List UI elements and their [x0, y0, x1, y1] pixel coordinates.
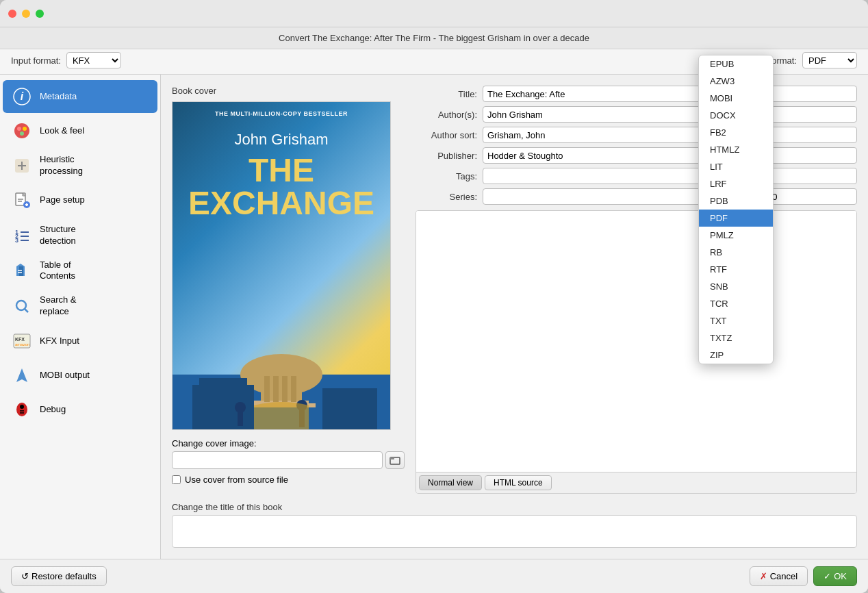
title-input[interactable]: [483, 86, 857, 102]
restore-defaults-button[interactable]: ↺ Restore defaults: [11, 566, 107, 586]
toc-icon: [11, 260, 33, 281]
series-input[interactable]: [483, 188, 727, 205]
html-source-button[interactable]: HTML source: [485, 475, 552, 490]
dropdown-item-htmlz[interactable]: HTMLZ: [699, 141, 773, 158]
sidebar-item-debug[interactable]: Debug: [3, 393, 157, 426]
svg-line-24: [25, 309, 28, 312]
dropdown-item-rb[interactable]: RB: [699, 244, 773, 261]
book-cover-image: THE MULTI-MILLION-COPY BESTSELLER John G…: [172, 101, 391, 430]
dialog-title: Convert The Exchange: After The Firm - T…: [0, 27, 868, 49]
title-change-label: Change the title of this book: [172, 502, 857, 512]
sidebar-search-replace-label: Search &replace: [40, 294, 76, 318]
browse-button[interactable]: [385, 451, 405, 469]
publisher-row: Publisher:: [416, 147, 857, 164]
svg-text:3: 3: [15, 237, 18, 244]
cover-image-section: Change cover image:: [172, 438, 405, 469]
cover-image-input[interactable]: [172, 451, 383, 469]
output-format-select[interactable]: PDF: [802, 52, 857, 68]
cancel-label: Cancel: [770, 571, 797, 581]
cover-top-text: THE MULTI-MILLION-COPY BESTSELLER: [215, 110, 348, 117]
sidebar: i Metadata Look & fe: [0, 75, 161, 559]
preview-container: Normal view HTML source: [416, 210, 857, 494]
sidebar-item-structure[interactable]: 1 2 3 Structuredetection: [3, 218, 157, 253]
dropdown-item-snb[interactable]: SNB: [699, 278, 773, 295]
dropdown-item-fb2[interactable]: FB2: [699, 124, 773, 141]
svg-point-23: [16, 301, 26, 310]
cancel-button[interactable]: ✗ Cancel: [750, 566, 808, 586]
dropdown-item-rtf[interactable]: RTF: [699, 261, 773, 278]
sidebar-item-look-feel[interactable]: Look & feel: [3, 114, 157, 147]
publisher-label: Publisher:: [416, 151, 477, 161]
minimize-button[interactable]: [22, 10, 30, 18]
page-icon: [11, 190, 33, 212]
sidebar-structure-label: Structuredetection: [40, 224, 76, 247]
series-label: Series:: [416, 192, 477, 202]
sidebar-item-page-setup[interactable]: Page setup: [3, 184, 157, 217]
sidebar-item-metadata[interactable]: i Metadata: [3, 80, 157, 113]
dropdown-item-zip[interactable]: ZIP: [699, 346, 773, 364]
svg-point-45: [235, 402, 246, 413]
sidebar-item-mobi[interactable]: MOBI output: [3, 359, 157, 392]
dropdown-item-txtz[interactable]: TXTZ: [699, 329, 773, 346]
svg-point-4: [23, 127, 27, 131]
wrench-icon: [11, 155, 33, 177]
dropdown-item-lit[interactable]: LIT: [699, 158, 773, 175]
dropdown-item-docx[interactable]: DOCX: [699, 107, 773, 124]
svg-rect-41: [291, 376, 296, 402]
sidebar-mobi-label: MOBI output: [40, 370, 90, 381]
mobi-icon: [11, 364, 33, 386]
tags-input[interactable]: [483, 168, 857, 184]
dropdown-item-txt[interactable]: TXT: [699, 312, 773, 329]
palette-icon: [11, 120, 33, 142]
svg-rect-39: [273, 376, 279, 402]
publisher-input[interactable]: [483, 147, 857, 164]
input-format-select[interactable]: KFX: [66, 52, 121, 68]
dropdown-item-pmlz[interactable]: PMLZ: [699, 227, 773, 244]
close-button[interactable]: [8, 10, 16, 18]
authors-input[interactable]: [483, 106, 857, 123]
tags-label: Tags:: [416, 171, 477, 181]
dropdown-item-tcr[interactable]: TCR: [699, 295, 773, 312]
change-cover-label: Change cover image:: [172, 438, 405, 449]
use-cover-checkbox[interactable]: [172, 475, 181, 484]
top-bar: [0, 0, 868, 27]
sidebar-item-search-replace[interactable]: Search &replace: [3, 289, 157, 323]
sidebar-heuristic-label: Heuristicprocessing: [40, 154, 83, 177]
author-sort-input[interactable]: [483, 127, 857, 143]
dropdown-item-pdb[interactable]: PDB: [699, 192, 773, 210]
use-cover-row: Use cover from source file: [172, 475, 405, 485]
svg-point-30: [20, 405, 24, 409]
dropdown-item-pdf[interactable]: PDF: [699, 210, 773, 227]
title-change-input-area[interactable]: [172, 515, 857, 548]
authors-row: Author(s):: [416, 106, 857, 123]
authors-label: Author(s):: [416, 110, 477, 120]
svg-rect-40: [282, 376, 288, 402]
sidebar-kfx-label: KFX Input: [40, 336, 79, 347]
maximize-button[interactable]: [36, 10, 44, 18]
series-row: Series:: [416, 188, 857, 205]
bottom-left: ↺ Restore defaults: [11, 566, 107, 586]
sidebar-item-kfx[interactable]: KFX amazon KFX Input: [3, 325, 157, 357]
output-format-dropdown: EPUB AZW3 MOBI DOCX FB2 HTMLZ LIT LRF PD…: [698, 55, 774, 364]
svg-point-3: [17, 127, 21, 131]
author-sort-row: Author sort:: [416, 127, 857, 143]
right-section: Title: Author(s): Author sort:: [416, 86, 857, 494]
ok-button[interactable]: ✓ OK: [813, 566, 857, 586]
bottom-bar: ↺ Restore defaults ✗ Cancel ✓ OK: [0, 559, 868, 593]
dropdown-item-lrf[interactable]: LRF: [699, 175, 773, 192]
cover-title: THE EXCHANGE: [188, 154, 374, 220]
sidebar-debug-label: Debug: [40, 404, 66, 416]
sidebar-look-feel-label: Look & feel: [40, 125, 84, 137]
title-label: Title:: [416, 89, 477, 99]
preview-content: [416, 211, 856, 472]
dropdown-item-azw3[interactable]: AZW3: [699, 73, 773, 90]
sidebar-item-heuristic[interactable]: Heuristicprocessing: [3, 149, 157, 183]
dropdown-item-mobi[interactable]: MOBI: [699, 90, 773, 107]
cover-input-row: [172, 451, 405, 469]
sidebar-item-toc[interactable]: Table ofContents: [3, 254, 157, 288]
normal-view-button[interactable]: Normal view: [419, 475, 482, 490]
dropdown-item-epub[interactable]: EPUB: [699, 55, 773, 73]
sidebar-metadata-label: Metadata: [40, 91, 77, 103]
input-format-label: Input format:: [11, 55, 61, 66]
restore-label: Restore defaults: [31, 571, 97, 581]
